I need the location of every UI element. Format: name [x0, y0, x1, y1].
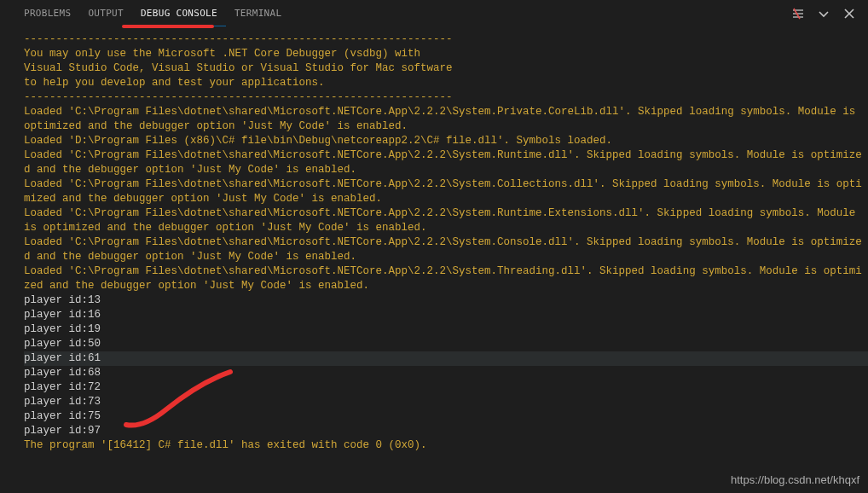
- module-loaded-line: Loaded 'D:\Program Files (x86)\C# file\b…: [24, 134, 868, 148]
- separator-line: ----------------------------------------…: [24, 32, 868, 47]
- watermark-text: https://blog.csdn.net/khqxf: [731, 473, 859, 486]
- stdout-line: player id:73: [24, 395, 868, 409]
- stdout-line: player id:19: [24, 322, 868, 337]
- tab-debug-console[interactable]: DEBUG CONSOLE: [132, 1, 226, 26]
- module-loaded-line: Loaded 'C:\Program Files\dotnet\shared\M…: [24, 264, 868, 293]
- tab-output[interactable]: OUTPUT: [79, 1, 132, 26]
- stdout-line: player id:68: [24, 366, 868, 380]
- module-loaded-line: Loaded 'C:\Program Files\dotnet\shared\M…: [24, 206, 868, 235]
- stdout-line: player id:72: [24, 380, 868, 395]
- notice-line: Visual Studio Code, Visual Studio or Vis…: [24, 61, 868, 76]
- stdout-line: player id:50: [24, 337, 868, 351]
- separator-line: ----------------------------------------…: [24, 90, 868, 105]
- stdout-line: player id:75: [24, 409, 868, 424]
- debug-console-output[interactable]: ----------------------------------------…: [0, 27, 868, 493]
- program-exit-line: The program '[16412] C# file.dll' has ex…: [24, 438, 868, 453]
- module-loaded-line: Loaded 'C:\Program Files\dotnet\shared\M…: [24, 148, 868, 177]
- debug-panel: PROBLEMS OUTPUT DEBUG CONSOLE TERMINAL: [0, 0, 868, 493]
- stdout-line: player id:13: [24, 293, 868, 308]
- panel-tab-bar: PROBLEMS OUTPUT DEBUG CONSOLE TERMINAL: [0, 0, 868, 27]
- panel-toolbar: [791, 7, 868, 20]
- tab-terminal[interactable]: TERMINAL: [226, 1, 290, 26]
- module-loaded-line: Loaded 'C:\Program Files\dotnet\shared\M…: [24, 235, 868, 264]
- stdout-line-highlight: player id:61: [24, 351, 868, 366]
- module-loaded-line: Loaded 'C:\Program Files\dotnet\shared\M…: [24, 105, 868, 134]
- tab-problems[interactable]: PROBLEMS: [15, 1, 79, 26]
- close-icon[interactable]: [842, 7, 856, 20]
- chevron-down-icon[interactable]: [817, 7, 830, 20]
- module-loaded-line: Loaded 'C:\Program Files\dotnet\shared\M…: [24, 177, 868, 206]
- clear-console-icon[interactable]: [791, 7, 805, 20]
- notice-line: to help you develop and test your applic…: [24, 76, 868, 90]
- notice-line: You may only use the Microsoft .NET Core…: [24, 47, 868, 61]
- stdout-line: player id:16: [24, 308, 868, 322]
- stdout-line: player id:97: [24, 424, 868, 438]
